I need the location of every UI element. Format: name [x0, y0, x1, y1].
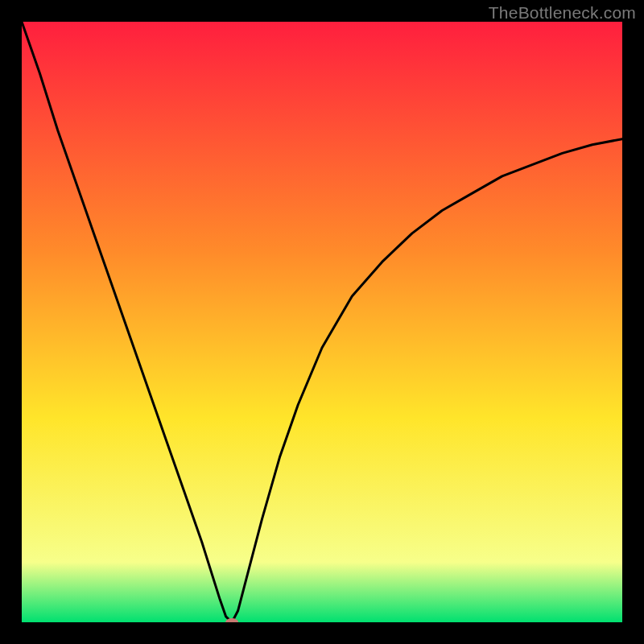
- watermark-text: TheBottleneck.com: [489, 3, 636, 23]
- chart-frame: TheBottleneck.com: [0, 0, 644, 644]
- gradient-background: [22, 22, 622, 622]
- chart-svg: [22, 22, 622, 622]
- plot-area: [22, 22, 622, 622]
